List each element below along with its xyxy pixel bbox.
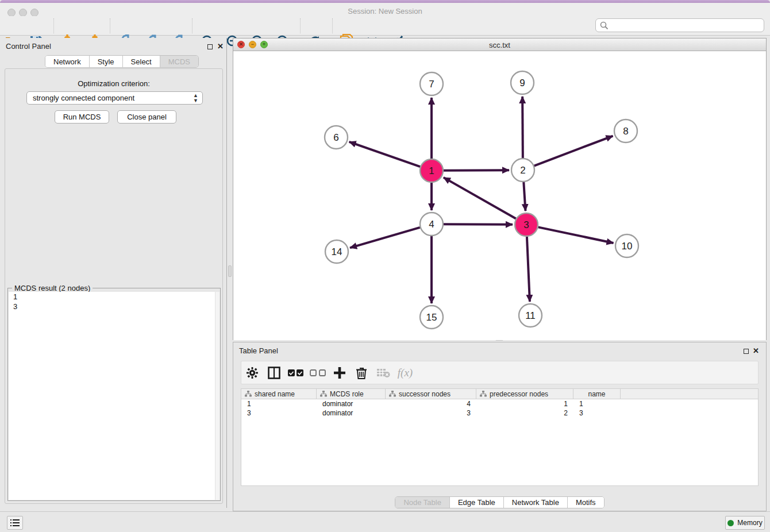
search-field[interactable] xyxy=(595,18,764,32)
titlebar[interactable]: Session: New Session xyxy=(0,3,770,16)
node-2[interactable]: 2 xyxy=(511,159,534,182)
mcds-result-groupbox: MCDS result (2 nodes) 13 xyxy=(7,288,221,501)
cell-MCDS-role[interactable]: dominator xyxy=(317,408,386,418)
table-row[interactable]: 3dominator323 xyxy=(241,408,758,418)
edge-2-3[interactable] xyxy=(523,182,525,211)
cell-name[interactable]: 1 xyxy=(573,399,621,408)
cell-shared-name[interactable]: 3 xyxy=(241,408,317,418)
column-header-name[interactable]: name xyxy=(573,389,621,399)
cell-predecessor-nodes[interactable]: 2 xyxy=(476,408,573,418)
show-column-panel-icon[interactable] xyxy=(263,363,285,383)
edge-4-3[interactable] xyxy=(444,224,513,225)
tab-edge-table[interactable]: Edge Table xyxy=(450,497,504,508)
window-title: Session: New Session xyxy=(0,7,770,16)
run-mcds-button[interactable]: Run MCDS xyxy=(55,110,109,124)
settings-gear-icon[interactable] xyxy=(241,363,263,383)
close-panel-button[interactable]: Close panel xyxy=(117,110,176,124)
column-header-shared-name[interactable]: shared name xyxy=(241,389,317,399)
tab-mcds[interactable]: MCDS xyxy=(160,56,198,67)
table-panel-title: Table Panel xyxy=(239,346,278,355)
node-label: 11 xyxy=(525,310,536,321)
network-canvas[interactable]: 7968124314101511 xyxy=(233,51,766,340)
node-14[interactable]: 14 xyxy=(325,240,348,263)
node-label: 15 xyxy=(426,312,437,323)
edge-3-1[interactable] xyxy=(444,178,516,219)
node-7[interactable]: 7 xyxy=(420,72,443,95)
close-panel-icon[interactable]: ✕ xyxy=(217,43,224,49)
column-label: successor nodes xyxy=(399,390,451,398)
column-header-MCDS-role[interactable]: MCDS role xyxy=(317,389,386,399)
memory-button[interactable]: Memory xyxy=(725,516,765,530)
mcds-result-list[interactable]: 13 xyxy=(9,292,220,500)
node-1[interactable]: 1 xyxy=(420,159,443,182)
memory-label: Memory xyxy=(737,519,762,527)
memory-status-icon xyxy=(727,520,734,526)
show-log-console-button[interactable] xyxy=(7,516,23,530)
edge-2-8[interactable] xyxy=(534,136,613,166)
node-label: 6 xyxy=(333,132,338,143)
column-header-successor-nodes[interactable]: successor nodes xyxy=(386,389,476,399)
float-panel-icon[interactable] xyxy=(207,44,213,49)
network-view-window: ✕ − + scc.txt 7968124314101511 xyxy=(233,38,767,340)
tab-style[interactable]: Style xyxy=(90,56,123,67)
criterion-dropdown[interactable]: strongly connected component ▲▼ xyxy=(26,91,203,105)
toolbar-separator xyxy=(110,18,110,33)
node-label: 2 xyxy=(520,165,525,176)
cell-MCDS-role[interactable]: dominator xyxy=(317,399,386,408)
node-table[interactable]: shared nameMCDS rolesuccessor nodesprede… xyxy=(241,388,759,486)
column-header-predecessor-nodes[interactable]: predecessor nodes xyxy=(476,389,573,399)
column-label: MCDS role xyxy=(330,390,364,398)
network-window-titlebar[interactable]: ✕ − + scc.txt xyxy=(233,38,766,51)
status-bar: Memory xyxy=(0,511,770,532)
table-body: 1dominator4113dominator323 xyxy=(241,399,758,418)
select-all-checkboxes-icon[interactable] xyxy=(285,363,307,383)
cell-predecessor-nodes[interactable]: 1 xyxy=(476,399,573,408)
mcds-result-title: MCDS result (2 nodes) xyxy=(12,284,93,292)
deselect-all-checkboxes-icon[interactable] xyxy=(307,363,329,383)
node-8[interactable]: 8 xyxy=(614,119,637,142)
edge-4-14[interactable] xyxy=(350,228,420,248)
edge-3-11[interactable] xyxy=(527,237,530,302)
edge-1-6[interactable] xyxy=(349,142,421,167)
table-row[interactable]: 1dominator411 xyxy=(241,399,758,408)
scrollbar-track[interactable] xyxy=(215,292,220,500)
edge-1-2[interactable] xyxy=(444,170,509,171)
network-graph[interactable]: 7968124314101511 xyxy=(233,51,766,340)
mcds-result-item: 1 xyxy=(9,292,220,302)
search-input[interactable] xyxy=(611,21,764,29)
edge-3-10[interactable] xyxy=(538,227,614,243)
close-table-panel-icon[interactable]: ✕ xyxy=(753,348,759,354)
tab-network-table[interactable]: Network Table xyxy=(504,497,568,508)
mcds-result-item: 3 xyxy=(9,302,220,311)
tab-motifs[interactable]: Motifs xyxy=(568,497,604,508)
table-panel: Table Panel ✕ xyxy=(233,342,767,511)
node-label: 3 xyxy=(523,219,529,230)
column-type-icon xyxy=(480,391,487,397)
delete-row-icon[interactable] xyxy=(351,363,372,383)
tab-node-table[interactable]: Node Table xyxy=(395,497,450,508)
node-10[interactable]: 10 xyxy=(615,234,638,257)
node-9[interactable]: 9 xyxy=(511,71,534,94)
tab-network[interactable]: Network xyxy=(45,56,90,67)
table-tabs-footer: Node TableEdge TableNetwork TableMotifs xyxy=(233,496,766,508)
network-window-title: scc.txt xyxy=(233,41,766,49)
cell-successor-nodes[interactable]: 4 xyxy=(386,399,476,408)
node-4[interactable]: 4 xyxy=(420,213,443,236)
edge-2-9[interactable] xyxy=(522,97,523,158)
cell-successor-nodes[interactable]: 3 xyxy=(386,408,476,418)
add-row-icon[interactable] xyxy=(329,363,351,383)
node-6[interactable]: 6 xyxy=(325,126,348,149)
cell-shared-name[interactable]: 1 xyxy=(241,399,317,408)
node-15[interactable]: 15 xyxy=(420,306,443,329)
tab-select[interactable]: Select xyxy=(123,56,160,67)
toolbar-separator xyxy=(192,18,192,33)
column-type-icon xyxy=(389,391,396,397)
column-type-icon xyxy=(245,391,252,397)
cell-name[interactable]: 3 xyxy=(573,408,621,418)
node-3[interactable]: 3 xyxy=(515,213,538,236)
list-icon xyxy=(10,519,20,527)
float-table-panel-icon[interactable] xyxy=(744,349,749,354)
vertical-split-handle[interactable] xyxy=(228,265,232,277)
mcds-tab-page: Optimization criterion: strongly connect… xyxy=(5,68,223,504)
node-11[interactable]: 11 xyxy=(519,304,542,327)
